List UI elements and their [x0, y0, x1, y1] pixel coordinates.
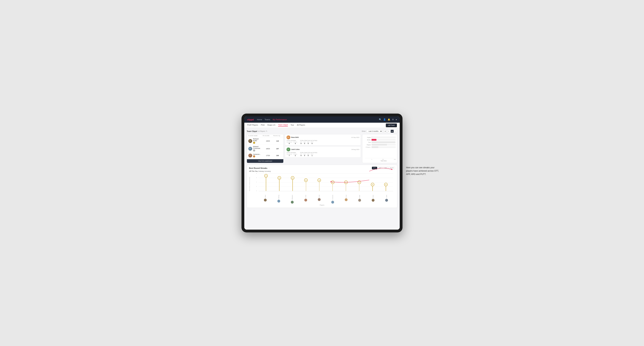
lb-score: 18/20	[263, 148, 273, 150]
player-name-label: D. Billingham	[292, 195, 293, 200]
player-bottom-label: E. Ebert	[259, 195, 272, 204]
rank-badge: 2	[253, 149, 255, 152]
table-row[interactable]: RB Richard Butler 1 19/20 110	[247, 137, 283, 145]
player-streak-col: 5x	[312, 173, 326, 191]
sub-nav-hcaps[interactable]: Hcaps 1-5	[268, 124, 276, 126]
search-icon[interactable]: 🔍	[379, 118, 382, 121]
player-streak-col: 6x	[273, 173, 286, 191]
settings-icon[interactable]: ⚙	[392, 118, 394, 121]
view-leaderboard-button[interactable]: View Full Leaderboard	[247, 159, 283, 163]
total-rounds-label: Total Rounds	[286, 152, 297, 153]
tournament-val: 7	[286, 155, 292, 156]
player-name-label: E. Ebert	[265, 195, 266, 198]
time-period-select[interactable]: Last 3 months	[366, 130, 382, 133]
player-cards-panel: Re Rees Britt 02 Sep 2023 Total Rounds	[285, 134, 361, 163]
content-grid: PLAYER NAME PB SCORE PB AVG SQ RB Richar…	[247, 134, 397, 163]
player-bottom-label: C. Quick	[380, 195, 393, 204]
player-streak-col: 4x	[339, 173, 352, 191]
player-name: Richard Butler	[253, 138, 263, 142]
streak-bar-line	[279, 178, 280, 191]
leaderboard-panel: PLAYER NAME PB SCORE PB AVG SQ RB Richar…	[247, 134, 284, 163]
bell-icon[interactable]: 🔔	[388, 118, 390, 121]
player-card-rees[interactable]: Re Rees Britt 02 Sep 2023 Total Rounds	[285, 134, 361, 146]
arg-val: 0	[307, 155, 309, 156]
filter-putt[interactable]: PUTT	[389, 167, 395, 169]
nav-my-performance[interactable]: My Performance	[273, 119, 287, 121]
card-view-button[interactable]: ▤	[390, 130, 394, 133]
player-bottom-label: R. Butler	[366, 195, 380, 204]
y-axis-label: Best Streak, Fairway Accuracy	[249, 173, 250, 194]
streak-bar-line	[292, 178, 293, 191]
sub-nav-tour[interactable]: Tour	[291, 124, 294, 126]
streak-bubble: 4x	[358, 180, 361, 184]
lb-score: 17/20	[263, 155, 273, 156]
streak-bubble: 3x	[371, 183, 374, 186]
filter-app[interactable]: APP	[378, 167, 383, 169]
streaks-subtitle: Off The Tee, Fairway Accuracy	[249, 170, 395, 172]
grid-line: 0	[259, 191, 393, 191]
putt-val: 1	[310, 155, 314, 156]
player-streak-col: 3x	[379, 173, 392, 191]
nav-home[interactable]: Home	[257, 119, 262, 121]
streaks-header: Best Round Streaks ← OTT APP ARG PUTT	[249, 167, 395, 169]
show-label: Show	[362, 130, 366, 132]
streak-bubble: 7x	[264, 174, 268, 177]
app-val: 0	[304, 155, 306, 156]
nav-bar: clippd Home Teams My Performance 🔍 👤 🔔 ⚙…	[244, 116, 400, 123]
avatar-icon[interactable]: ●	[396, 118, 397, 121]
user-icon[interactable]: 👤	[383, 118, 386, 121]
nav-icons: 🔍 👤 🔔 ⚙ ●	[379, 118, 397, 121]
player-avatar-small	[345, 198, 348, 201]
sub-nav-pga[interactable]: PGA	[261, 124, 264, 126]
putt-val: 0	[310, 143, 314, 144]
player-info: RB Richard Butler 1	[248, 138, 263, 144]
team-title: Team Clippd 14 Players ✎	[247, 130, 268, 132]
tournament-val: 8	[286, 143, 292, 144]
player-names-row: E. Ebert B. McHarg D. Billingham J.	[259, 195, 393, 204]
avatar: Re	[286, 135, 290, 139]
bar-bogeys: Bogeys 311	[364, 144, 396, 146]
filter-arg[interactable]: ARG	[383, 167, 388, 169]
arg-val: 0	[307, 143, 309, 144]
table-row[interactable]: EC Edward Crossman 2 18/20 107	[247, 145, 283, 153]
sub-nav-team-clippd[interactable]: Team Clippd	[278, 124, 288, 127]
player-avatar-small	[291, 201, 294, 204]
lb-header: PLAYER NAME PB SCORE PB AVG SQ	[247, 134, 283, 137]
streak-bar-line	[266, 176, 266, 191]
streak-bubble: 5x	[304, 178, 308, 182]
practice-val: 4	[294, 143, 297, 144]
edit-icon[interactable]: ✎	[266, 130, 268, 132]
x-axis: 0 200 400	[372, 159, 396, 160]
card-date: 26 Aug 2023	[352, 149, 359, 150]
add-team-button[interactable]: Add Team	[386, 123, 397, 127]
player-info: C Cameron... 3	[248, 154, 263, 158]
pc-stats: Total Rounds Tournament 8 Practice	[286, 140, 359, 144]
player-avatar-small	[318, 198, 320, 201]
streak-bubble: 6x	[278, 176, 281, 180]
view-icons: ⊞ ≡ ▤ ↕	[384, 130, 397, 133]
pc-stats: Total Rounds Tournament 7 Practice	[286, 152, 359, 156]
list-view-button[interactable]: ≡	[387, 130, 390, 133]
sub-nav-all-players[interactable]: All Players	[297, 124, 305, 126]
practice-activities-label: Total Practice Activities	[300, 140, 317, 141]
main-content: Team Clippd 14 Players ✎ Show Last 3 mon…	[244, 128, 400, 230]
filter-ott[interactable]: OTT	[372, 167, 377, 169]
player-name-label: E. Crossman	[332, 195, 333, 200]
player-info: EC Edward Crossman 2	[248, 146, 263, 152]
total-rounds-label: Total Rounds	[286, 140, 297, 141]
lb-avg: 103	[273, 155, 282, 156]
lb-col-avg: PB AVG SQ	[273, 135, 282, 136]
detail-view-button[interactable]: ↕	[394, 130, 397, 133]
player-streak-col: 6x	[286, 173, 299, 191]
player-bottom-label: B. Ford	[339, 195, 353, 204]
app-val: 0	[304, 143, 306, 144]
player-card-josh[interactable]: Jo Josh Coles 26 Aug 2023 Total Rounds	[285, 146, 361, 158]
nav-teams[interactable]: Teams	[264, 119, 270, 121]
players-x-label: Players	[249, 204, 395, 206]
table-row[interactable]: C Cameron... 3 17/20 103	[247, 153, 283, 159]
player-count: 14 Players	[258, 130, 265, 132]
grid-view-button[interactable]: ⊞	[384, 130, 387, 133]
sub-nav-pgat[interactable]: PGAT Players	[247, 124, 258, 126]
player-bottom-label: E. Crossman	[326, 195, 340, 204]
player-name-label: M. Miller	[359, 195, 360, 198]
